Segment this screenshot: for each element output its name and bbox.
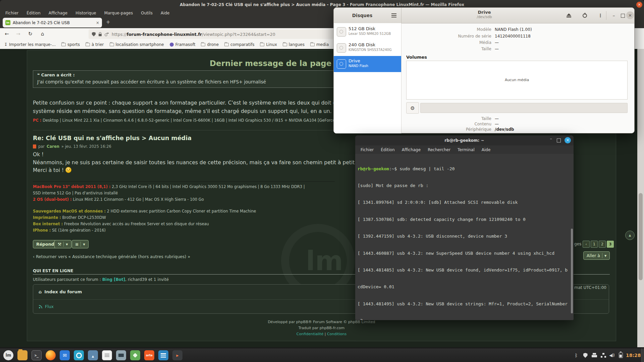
eject-button[interactable] bbox=[565, 11, 573, 20]
author-link[interactable]: Caren bbox=[47, 144, 59, 149]
show-desktop-button[interactable] bbox=[641, 348, 644, 362]
terminal-minimize-button[interactable]: – bbox=[550, 136, 552, 141]
launcher-computer[interactable] bbox=[115, 349, 127, 361]
scrollbar-thumb[interactable] bbox=[639, 193, 643, 280]
permissions-icon[interactable] bbox=[105, 32, 109, 36]
volumes-area[interactable]: Aucun média bbox=[406, 61, 628, 100]
drive-menu-button[interactable]: ⋮ bbox=[596, 11, 605, 20]
pagination-prev[interactable]: ‹ bbox=[583, 241, 590, 248]
menu-aide[interactable]: Aide bbox=[161, 11, 170, 15]
terms-link[interactable]: Conditions bbox=[327, 332, 346, 336]
menu-outils[interactable]: Outils bbox=[141, 11, 153, 15]
goto-button[interactable]: Aller à▾ bbox=[583, 251, 610, 260]
bookmark-folder-sports[interactable]: sports bbox=[61, 42, 80, 47]
tab-close-icon[interactable]: × bbox=[96, 20, 99, 25]
launcher-firefox[interactable] bbox=[44, 349, 57, 361]
pagination-page-1[interactable]: 1 bbox=[591, 241, 598, 248]
post-icon[interactable] bbox=[33, 144, 36, 148]
launcher-terminal[interactable] bbox=[30, 349, 43, 361]
sidebar-item-240gb-disk[interactable]: 240 GB Disk KINGSTON SHSS37A240G bbox=[334, 40, 401, 56]
terminal-menu-aide[interactable]: Aide bbox=[482, 147, 491, 152]
power-off-button[interactable] bbox=[581, 11, 589, 20]
launcher-text-editor[interactable] bbox=[101, 349, 113, 361]
terminal-scrollbar[interactable] bbox=[571, 155, 573, 318]
tab-title: Abandon le 7-02-25 Clé USB bbox=[13, 20, 94, 25]
bookmark-folder-localisation[interactable]: localisation smartphone bbox=[110, 42, 164, 47]
bing-bot-link[interactable]: Bing [Bot] bbox=[102, 277, 125, 282]
sidebar-item-usb-drive-selected[interactable]: Drive NAND Flash bbox=[334, 56, 401, 72]
terminal-menu-fichier[interactable]: Fichier bbox=[361, 147, 374, 152]
terminal-scrollbar-thumb[interactable] bbox=[571, 229, 573, 314]
pagination-page-3-current[interactable]: 3 bbox=[607, 241, 614, 248]
reload-button[interactable]: ↻ bbox=[28, 31, 33, 37]
terminal-prompt-line: rb@rb-geekom:~$ sudo dmesg | tail -20 bbox=[358, 166, 574, 172]
terminal-menu-edition[interactable]: Édition bbox=[381, 147, 395, 152]
bookmark-folder-langues[interactable]: langues bbox=[283, 42, 305, 47]
disks-close-button[interactable]: × bbox=[626, 11, 634, 19]
bookmark-folder-linux[interactable]: Linux bbox=[260, 42, 277, 47]
bookmark-folder-comparatifs[interactable]: comparatifs bbox=[224, 42, 254, 47]
new-tab-button[interactable]: + bbox=[106, 19, 110, 25]
terminal-output[interactable]: rb@rb-geekom:~$ sudo dmesg | tail -20 [s… bbox=[355, 154, 574, 320]
tray-printer[interactable] bbox=[590, 348, 598, 362]
terminal-menu-terminal[interactable]: Terminal bbox=[458, 147, 475, 152]
tray-volume[interactable]: ◀)) bbox=[608, 348, 616, 362]
disks-headerbar[interactable]: Disques Drive /dev/sdb ⋮ – × bbox=[334, 8, 634, 23]
pagination-page-2[interactable]: 2 bbox=[599, 241, 606, 248]
bookmark-folder-a-trier[interactable]: à trier bbox=[86, 42, 104, 47]
menu-fichier[interactable]: Fichier bbox=[5, 11, 18, 15]
browser-tab[interactable]: Abandon le 7-02-25 Clé USB × bbox=[3, 18, 102, 27]
clock[interactable]: 18:28 bbox=[626, 348, 641, 362]
bookmark-folder-drone[interactable]: drone bbox=[201, 42, 219, 47]
launcher-media-player[interactable] bbox=[171, 349, 184, 361]
scroll-to-top-button[interactable]: ▲ bbox=[625, 231, 635, 240]
lock-icon[interactable] bbox=[99, 34, 102, 36]
terminal-line: [ 1443.481495] usb 4-3.2: New USB device… bbox=[358, 301, 574, 307]
partition-options-button[interactable]: ⚙ bbox=[406, 102, 419, 114]
tray-bluetooth[interactable]: ᛒ bbox=[572, 348, 580, 362]
menu-historique[interactable]: Historique bbox=[75, 11, 96, 15]
home-button[interactable]: ⌂ bbox=[41, 31, 44, 37]
launcher-arte[interactable] bbox=[143, 349, 156, 361]
tray-firewall[interactable] bbox=[581, 348, 589, 362]
tray-network[interactable] bbox=[599, 348, 607, 362]
bookmark-folder-media[interactable]: media bbox=[310, 42, 329, 47]
back-button[interactable]: ← bbox=[5, 31, 9, 37]
terminal-titlebar[interactable]: rb@rb-geekom: ~ – × bbox=[355, 135, 574, 145]
launcher-screenshot[interactable] bbox=[72, 349, 85, 361]
topic-tools-button[interactable]: ⚒▾ bbox=[54, 240, 71, 248]
launcher-file-manager[interactable] bbox=[16, 349, 29, 361]
forum-index-link[interactable]: ⌂Index du forum bbox=[39, 289, 82, 294]
menu-edition[interactable]: Édition bbox=[26, 11, 41, 15]
post-title-link[interactable]: Re: Clé USB qui ne s'affiche plus > Aucu… bbox=[33, 135, 192, 141]
firefox-close-button[interactable]: × bbox=[636, 2, 642, 8]
hamburger-menu-icon[interactable] bbox=[391, 13, 396, 14]
menu-affichage[interactable]: Affichage bbox=[49, 11, 67, 15]
disks-maximize-button[interactable] bbox=[618, 11, 627, 20]
terminal-maximize-button[interactable] bbox=[557, 138, 561, 142]
terminal-icon bbox=[32, 350, 42, 360]
disks-minimize-button[interactable]: – bbox=[609, 11, 618, 20]
bookmark-framasoft[interactable]: Framasoft bbox=[170, 42, 196, 47]
sidebar-item-512gb-disk[interactable]: 512 GB Disk Lexar SSD NM620 512GB bbox=[334, 24, 401, 40]
tray-battery[interactable] bbox=[617, 348, 625, 362]
terminal-close-button[interactable]: × bbox=[565, 137, 571, 143]
privacy-link[interactable]: Confidentialité bbox=[297, 332, 323, 336]
bookmark-import[interactable]: ↧Importer les marque-... bbox=[4, 42, 56, 47]
launcher-layers-app[interactable] bbox=[157, 349, 170, 361]
launcher-image-viewer[interactable] bbox=[87, 349, 99, 361]
terminal-menu-rechercher[interactable]: Rechercher bbox=[428, 147, 450, 152]
launcher-mail[interactable] bbox=[58, 349, 71, 361]
forward-button[interactable]: → bbox=[16, 31, 20, 37]
sort-button[interactable]: ≡▾ bbox=[72, 240, 89, 248]
launcher-package-manager[interactable] bbox=[129, 349, 142, 361]
page-scrollbar[interactable] bbox=[637, 49, 644, 347]
footer-translation-link[interactable]: Traduit par phpBB-fr.com bbox=[27, 326, 616, 330]
terminal-menu-affichage[interactable]: Affichage bbox=[402, 147, 421, 152]
feed-link[interactable]: Flux bbox=[39, 304, 54, 309]
tracking-shield-icon[interactable] bbox=[92, 32, 96, 37]
terminal-line: [sudo] Mot de passe de rb : bbox=[358, 183, 574, 189]
launcher-menu[interactable] bbox=[2, 349, 15, 361]
return-to-forum-link[interactable]: ‹ Retourner vers « Assistance technique … bbox=[33, 254, 190, 259]
menu-marque-pages[interactable]: Marque-pages bbox=[104, 11, 133, 15]
